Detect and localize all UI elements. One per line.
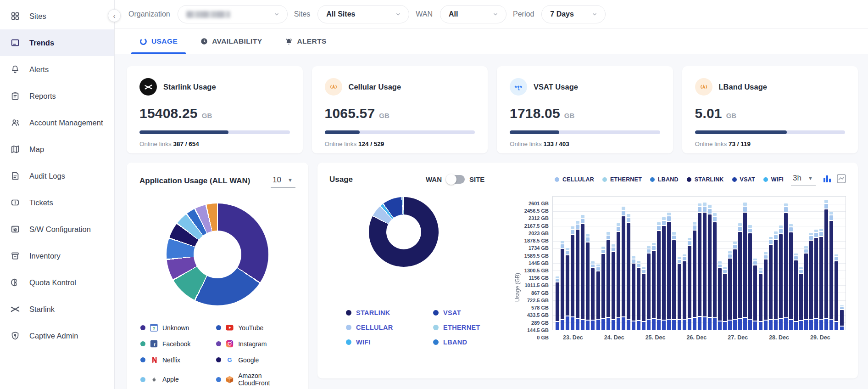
series-legend-wifi[interactable]: WIFI	[763, 176, 784, 183]
sidebar-item-sw-configuration[interactable]: S/W Configuration	[0, 216, 114, 242]
organization-select[interactable]	[178, 5, 288, 23]
usage-bar[interactable]	[561, 241, 564, 330]
interval-select[interactable]: 3h ▼	[791, 173, 816, 186]
usage-bar[interactable]	[667, 213, 671, 330]
usage-bar[interactable]	[678, 257, 681, 330]
app-legend-item[interactable]: Instagram	[216, 340, 295, 348]
usage-bar[interactable]	[743, 203, 747, 330]
usage-bar[interactable]	[708, 205, 712, 330]
sidebar-item-reports[interactable]: Reports	[0, 83, 114, 109]
usage-bar[interactable]	[819, 229, 823, 330]
usage-bar[interactable]	[591, 261, 595, 330]
usage-bar[interactable]	[794, 254, 798, 330]
usage-bar[interactable]	[652, 243, 656, 330]
usage-bar[interactable]	[738, 223, 742, 330]
usage-bar[interactable]	[829, 212, 833, 330]
usage-legend-item-ethernet[interactable]: ETHERNET	[433, 324, 520, 331]
sidebar-item-audit-logs[interactable]: Audit Logs	[0, 163, 114, 189]
usage-bar[interactable]	[617, 223, 620, 330]
usage-bar[interactable]	[733, 242, 737, 330]
app-legend-item[interactable]: Apple	[140, 372, 211, 387]
usage-bar[interactable]	[622, 207, 625, 330]
top-n-select[interactable]: 10 ▼	[271, 175, 295, 188]
sidebar-item-quota-kontrol[interactable]: Quota Kontrol	[0, 269, 114, 296]
sidebar-item-sites[interactable]: Sites	[0, 3, 114, 29]
usage-bar[interactable]	[581, 215, 584, 330]
usage-legend-item-vsat[interactable]: VSAT	[433, 309, 520, 316]
sidebar-item-alerts[interactable]: Alerts	[0, 56, 114, 83]
usage-bar[interactable]	[753, 259, 757, 330]
line-chart-icon[interactable]	[837, 174, 846, 185]
usage-bar[interactable]	[713, 213, 717, 330]
tab-alerts[interactable]: ALERTS	[277, 29, 334, 54]
usage-bar[interactable]	[662, 217, 666, 330]
series-legend-cellular[interactable]: CELLULAR	[555, 176, 594, 183]
tab-usage[interactable]: USAGE	[131, 29, 186, 54]
usage-bar[interactable]	[789, 224, 793, 330]
usage-legend-item-starlink[interactable]: STARLINK	[346, 309, 433, 316]
sidebar-item-map[interactable]: Map	[0, 136, 114, 163]
usage-bar[interactable]	[809, 233, 813, 330]
usage-bar[interactable]	[784, 203, 788, 330]
sites-select[interactable]: All Sites	[317, 5, 409, 23]
usage-bar[interactable]	[835, 254, 838, 330]
sidebar-item-trends[interactable]: Trends	[0, 29, 114, 56]
series-legend-vsat[interactable]: VSAT	[732, 176, 755, 183]
usage-bar[interactable]	[566, 248, 569, 330]
period-select[interactable]: 7 Days	[541, 5, 606, 23]
usage-bar[interactable]	[571, 226, 574, 330]
usage-bar[interactable]	[556, 276, 559, 330]
wan-site-toggle[interactable]	[446, 175, 465, 184]
sidebar-item-inventory[interactable]: Inventory	[0, 242, 114, 269]
usage-bar[interactable]	[632, 256, 635, 330]
sidebar-item-starlink[interactable]: Starlink	[0, 296, 114, 322]
app-legend-item[interactable]: Amazon CloudFront	[216, 372, 295, 387]
usage-bar[interactable]	[824, 200, 828, 330]
series-legend-ethernet[interactable]: ETHERNET	[602, 176, 642, 183]
usage-bar[interactable]	[779, 226, 783, 330]
usage-bar[interactable]	[774, 231, 778, 330]
app-legend-item[interactable]: ? Unknown	[140, 324, 211, 332]
usage-bar[interactable]	[647, 246, 651, 330]
usage-bar[interactable]	[728, 251, 732, 330]
sidebar-item-account-management[interactable]: Account Management	[0, 109, 114, 136]
usage-bar[interactable]	[804, 246, 808, 330]
app-legend-item[interactable]: Netflix	[140, 356, 211, 364]
usage-legend-item-cellular[interactable]: CELLULAR	[346, 324, 433, 331]
usage-bar[interactable]	[637, 261, 640, 330]
app-legend-item[interactable]: YouTube	[216, 324, 295, 332]
usage-bar[interactable]	[627, 214, 630, 330]
wan-select[interactable]: All	[440, 5, 506, 23]
usage-bar[interactable]	[672, 232, 676, 330]
usage-bar[interactable]	[759, 268, 762, 330]
application-usage-donut[interactable]	[167, 203, 268, 305]
bar-chart-plot[interactable]	[552, 196, 846, 330]
sidebar-collapse-button[interactable]: ‹	[108, 9, 121, 22]
series-legend-lband[interactable]: LBAND	[650, 176, 679, 183]
usage-bar[interactable]	[576, 221, 579, 330]
usage-bar[interactable]	[642, 267, 645, 330]
sidebar-item-tickets[interactable]: Tickets	[0, 189, 114, 216]
usage-donut[interactable]	[369, 197, 439, 267]
usage-bar[interactable]	[693, 222, 696, 330]
usage-bar[interactable]	[606, 232, 610, 330]
usage-bar[interactable]	[799, 267, 803, 330]
usage-bar[interactable]	[814, 230, 818, 330]
app-legend-item[interactable]: f Facebook	[140, 340, 211, 348]
usage-bar[interactable]	[612, 244, 615, 330]
usage-legend-item-lband[interactable]: LBAND	[433, 338, 520, 346]
usage-bar[interactable]	[657, 222, 661, 330]
usage-bar[interactable]	[703, 203, 707, 330]
usage-bar[interactable]	[698, 203, 701, 330]
bar-chart-icon[interactable]	[823, 175, 831, 185]
usage-bar[interactable]	[748, 225, 752, 330]
usage-legend-item-wifi[interactable]: WIFI	[346, 338, 433, 346]
usage-bar[interactable]	[769, 237, 773, 330]
series-legend-starlink[interactable]: STARLINK	[687, 176, 724, 183]
usage-bar[interactable]	[718, 261, 722, 330]
app-legend-item[interactable]: G Google	[216, 356, 295, 364]
sidebar-item-captive-admin[interactable]: Captive Admin	[0, 322, 114, 349]
usage-bar[interactable]	[683, 254, 686, 330]
usage-bar[interactable]	[764, 252, 768, 330]
usage-bar[interactable]	[586, 234, 590, 330]
